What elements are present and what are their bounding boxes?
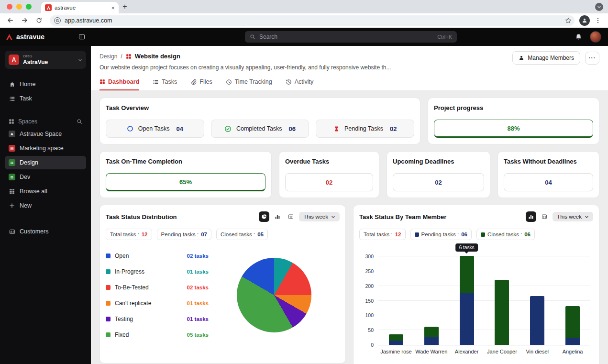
bookmark-star-icon[interactable]: [565, 17, 572, 24]
minimize-window-button[interactable]: [16, 4, 22, 10]
sidebar-space-dev[interactable]: D Dev: [5, 170, 86, 184]
sidebar-item-browse-all[interactable]: Browse all: [5, 185, 86, 198]
space-avatar: D: [9, 159, 15, 166]
new-tab-button[interactable]: +: [119, 1, 131, 12]
stat-label: Open Tasks: [138, 125, 170, 132]
home-icon: [9, 81, 15, 88]
sidebar-item-label: Customers: [20, 228, 48, 235]
site-info-icon[interactable]: G: [54, 17, 61, 24]
badge-pending-tasks: Pending tasks :07: [157, 229, 211, 240]
sidebar-space-astravue-space[interactable]: A Astravue Space: [5, 127, 86, 141]
card-title: Task Overview: [106, 104, 414, 111]
segment-pending: [389, 341, 403, 345]
tab-tasks[interactable]: Tasks: [153, 78, 177, 90]
close-tab-icon[interactable]: ×: [111, 5, 115, 11]
zoom-window-button[interactable]: [26, 4, 32, 10]
user-avatar[interactable]: [590, 31, 601, 43]
space-avatar: D: [9, 174, 15, 180]
spaces-search-icon[interactable]: [77, 119, 82, 124]
browser-tab[interactable]: astravue ×: [41, 2, 119, 13]
legend-value: 02 tasks: [187, 253, 209, 259]
app-logo-text: astravue: [16, 33, 44, 41]
customers-icon: [9, 229, 15, 235]
url-text: app.astravue.com: [65, 17, 112, 24]
card-title: Task Status By Team Member: [359, 213, 446, 221]
period-dropdown[interactable]: This week: [299, 212, 340, 221]
table-view-button[interactable]: [286, 211, 296, 222]
badge-value: 12: [395, 232, 401, 237]
legend-label: To-Be-Tested: [115, 284, 149, 291]
person-icon: [519, 55, 524, 61]
global-search-input[interactable]: Search Ctrl+K: [245, 31, 457, 43]
sidebar-item-home[interactable]: Home: [5, 77, 86, 91]
breadcrumb-parent[interactable]: Design: [99, 53, 117, 60]
x-axis-labels: Jasmine roseWade WarrenAlexanderJane Coo…: [378, 349, 590, 354]
bar-view-button[interactable]: [272, 211, 283, 222]
badge-value: 05: [257, 232, 264, 237]
sidebar-item-new[interactable]: New: [5, 199, 86, 212]
card-title: Task Status Distribution: [106, 213, 177, 221]
open-circle-icon: [127, 125, 133, 132]
badge-total-tasks: Total tasks :12: [106, 229, 152, 240]
browser-menu-icon[interactable]: [592, 14, 604, 27]
tab-activity[interactable]: Activity: [286, 78, 314, 90]
project-tabs: Dashboard Tasks Files Time Tracking Acti…: [91, 78, 608, 91]
sidebar-space-marketing-space[interactable]: M Marketing space: [5, 142, 86, 155]
card-title: Upcoming Deadlines: [393, 158, 484, 165]
forward-button[interactable]: [18, 14, 31, 27]
header-actions: [575, 28, 601, 46]
search-shortcut: Ctrl+K: [437, 34, 452, 40]
legend-swatch: [106, 301, 111, 306]
sidebar-nav: Home Task: [5, 77, 86, 105]
period-dropdown[interactable]: This week: [553, 212, 593, 221]
address-bar[interactable]: G app.astravue.com: [50, 15, 575, 26]
sidebar-item-label: Browse all: [20, 188, 47, 195]
legend-item-open: Open 02 tasks: [106, 248, 209, 264]
x-axis-label: Alexander: [449, 349, 485, 354]
paperclip-icon: [190, 79, 197, 85]
sidebar-item-label: New: [20, 202, 32, 209]
y-axis-tick: 0: [371, 342, 374, 348]
legend-swatch: [106, 269, 111, 274]
sidebar-space-design[interactable]: D Design: [5, 156, 86, 169]
close-window-button[interactable]: [7, 4, 12, 10]
stat-open-tasks: Open Tasks 04: [106, 120, 204, 138]
manage-members-button[interactable]: Manage Members: [512, 51, 580, 65]
sidebar-item-customers[interactable]: Customers: [5, 225, 86, 238]
chart-controls: This week: [259, 211, 340, 222]
x-axis-label: Jasmine rose: [378, 349, 414, 354]
browser-profile-avatar[interactable]: [579, 15, 590, 26]
badge-label: Total tasks :: [110, 232, 139, 237]
badge-pending-tasks: Pending tasks :06: [410, 229, 472, 240]
org-switcher[interactable]: A ORG AstraVue: [5, 51, 86, 69]
segment-pending: [530, 296, 544, 345]
metric-card-tasks-without-deadlines: Tasks Without Deadlines 04: [497, 151, 599, 198]
pie-chart: [237, 258, 311, 332]
chevron-down-icon: [331, 215, 335, 219]
chevron-down-icon: [78, 58, 82, 62]
tab-label: Dashboard: [108, 78, 139, 85]
y-axis-tick: 250: [365, 268, 374, 274]
reload-button[interactable]: [33, 14, 45, 27]
manage-members-label: Manage Members: [528, 55, 574, 61]
back-button[interactable]: [4, 14, 16, 27]
legend-item-to-be-tested: To-Be-Tested 02 tasks: [106, 279, 209, 295]
collapse-sidebar-icon[interactable]: [78, 33, 85, 40]
pie-view-button[interactable]: [259, 211, 269, 222]
tab-time-tracking[interactable]: Time Tracking: [226, 78, 272, 90]
table-view-button[interactable]: [539, 211, 550, 222]
task-status-distribution-card: Task Status Distribution This week: [99, 205, 346, 364]
apps-icon: [9, 188, 15, 194]
more-options-button[interactable]: ···: [585, 52, 599, 65]
sidebar-item-task[interactable]: Task: [5, 92, 86, 105]
tab-search-button[interactable]: [595, 3, 603, 11]
task-icon: [9, 96, 15, 102]
notifications-bell-icon[interactable]: [575, 33, 582, 41]
bar-tooltip: 6 tasks: [455, 243, 478, 252]
tab-files[interactable]: Files: [190, 78, 212, 90]
window-controls: [5, 0, 35, 13]
bar-view-button[interactable]: [526, 211, 536, 222]
logo-area: astravue: [0, 28, 91, 46]
tab-label: Activity: [295, 78, 314, 85]
tab-dashboard[interactable]: Dashboard: [99, 78, 139, 90]
